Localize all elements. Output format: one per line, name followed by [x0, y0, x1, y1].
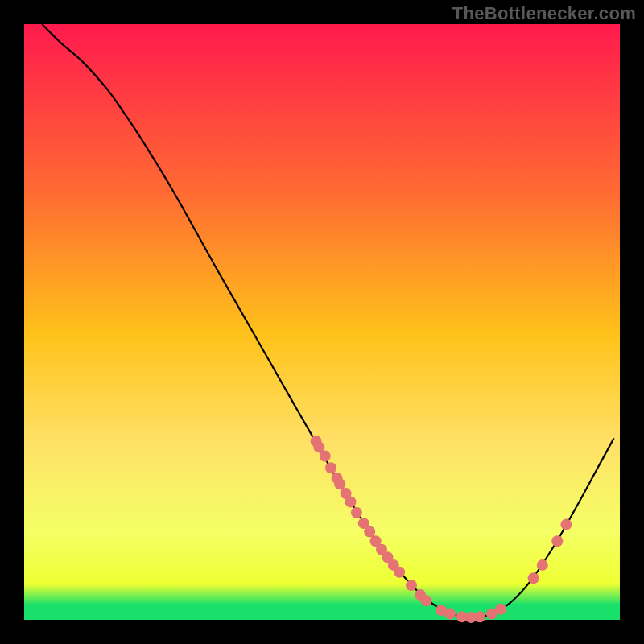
- data-point: [537, 559, 548, 571]
- data-point: [444, 609, 456, 620]
- data-point: [528, 572, 539, 584]
- data-point: [394, 567, 405, 578]
- data-point: [334, 478, 345, 489]
- data-point: [364, 526, 375, 537]
- chart-frame: { "watermark": "TheBottlenecker.com", "c…: [0, 0, 644, 644]
- data-point: [495, 604, 506, 615]
- bottleneck-chart: [0, 0, 644, 644]
- data-point: [406, 580, 417, 591]
- data-point: [560, 519, 572, 530]
- data-point: [421, 595, 432, 606]
- data-point: [345, 496, 357, 507]
- data-point: [551, 535, 563, 547]
- data-point: [320, 451, 331, 462]
- plot-background: [24, 24, 620, 620]
- data-point: [351, 507, 362, 518]
- data-point: [325, 462, 336, 473]
- data-point: [474, 611, 485, 622]
